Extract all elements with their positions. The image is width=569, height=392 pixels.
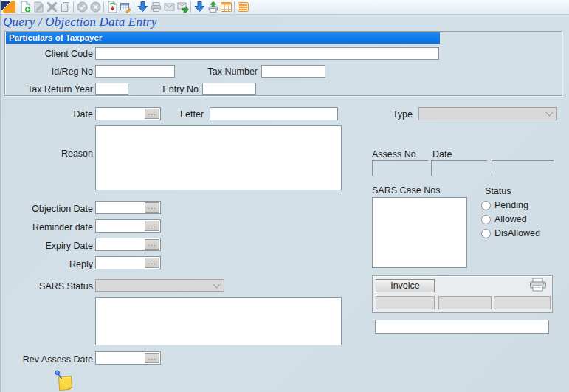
radio-label: Allowed xyxy=(494,214,527,224)
reply-date-input[interactable]: ... xyxy=(95,256,161,269)
assess-grid-cell xyxy=(431,160,487,176)
id-reg-no-input[interactable] xyxy=(95,65,175,78)
print-invoice-icon[interactable] xyxy=(528,278,548,292)
type-select xyxy=(418,107,557,120)
invoice-amount-field xyxy=(376,296,435,309)
query-objection-window: Query / Objection Data Entry Particulars… xyxy=(0,0,569,392)
client-code-label: Client Code xyxy=(1,49,93,59)
status-radio-disallowed[interactable]: DisAllowed xyxy=(481,228,540,238)
toolbar-separator xyxy=(73,1,74,13)
date-picker-button[interactable]: ... xyxy=(145,239,159,250)
new-record-icon[interactable] xyxy=(19,1,32,13)
entry-no-input[interactable] xyxy=(202,83,256,95)
assess-grid-cell xyxy=(492,160,554,176)
status-radio-allowed[interactable]: Allowed xyxy=(481,214,527,224)
cancel-icon xyxy=(89,1,102,13)
radio-button-icon xyxy=(481,229,491,238)
invoice-reference-input[interactable] xyxy=(375,320,549,334)
email-icon xyxy=(163,1,176,13)
import-icon[interactable] xyxy=(193,1,206,13)
sars-status-label: SARS Status xyxy=(1,281,93,292)
tax-return-year-input[interactable] xyxy=(95,83,128,95)
edit-grid-icon[interactable] xyxy=(120,1,132,13)
toolbar-separator xyxy=(190,1,191,13)
taxpayer-section-header: Particulars of Taxpayer xyxy=(6,32,440,44)
chevron-down-icon xyxy=(546,109,554,117)
export-print-icon[interactable] xyxy=(207,1,219,13)
app-logo-icon xyxy=(1,1,15,14)
date-picker-button[interactable]: ... xyxy=(145,221,159,231)
chevron-down-icon xyxy=(213,281,221,288)
reason-label: Reason xyxy=(1,148,93,159)
assess-no-column-label: Assess No xyxy=(372,149,416,159)
data-table-icon[interactable] xyxy=(220,1,232,13)
date-picker-button[interactable]: ... xyxy=(145,258,159,268)
reply-label: Reply xyxy=(1,259,93,269)
tax-number-label: Tax Number xyxy=(191,66,258,77)
status-label: Status xyxy=(485,186,511,196)
letter-input[interactable] xyxy=(210,107,338,120)
status-radio-pending[interactable]: Pending xyxy=(481,200,528,210)
toolbar-separator xyxy=(103,1,104,13)
invoice-amount-field xyxy=(494,296,551,309)
toolbar-separator xyxy=(234,1,235,13)
radio-button-icon xyxy=(481,201,491,210)
toolbar xyxy=(1,0,569,15)
refresh-data-icon[interactable] xyxy=(106,1,119,13)
radio-label: DisAllowed xyxy=(494,228,540,238)
download-icon[interactable] xyxy=(137,1,149,13)
page-title: Query / Objection Data Entry xyxy=(3,15,157,30)
edit-record-icon xyxy=(32,1,45,13)
sticky-note-icon[interactable] xyxy=(54,370,75,391)
invoice-panel: Invoice xyxy=(372,275,553,313)
confirm-icon xyxy=(76,1,89,13)
radio-label: Pending xyxy=(494,200,528,210)
notes-textarea[interactable] xyxy=(95,297,342,345)
type-label: Type xyxy=(342,109,413,120)
rev-assess-date-input[interactable]: ... xyxy=(95,351,161,365)
toolbar-separator xyxy=(134,1,134,13)
tax-return-year-label: Tax Return Year xyxy=(1,84,93,94)
list-view-icon[interactable] xyxy=(237,1,249,13)
copy-record-icon xyxy=(59,1,72,13)
sars-case-nos-listbox[interactable] xyxy=(372,197,467,268)
date-picker-button[interactable]: ... xyxy=(145,353,159,363)
assess-grid-cell xyxy=(372,160,428,176)
radio-button-icon xyxy=(481,215,491,224)
rev-assess-date-label: Rev Assess Date xyxy=(1,354,93,365)
objection-date-label: Objection Date xyxy=(1,204,93,214)
date-picker-button[interactable]: ... xyxy=(145,202,159,213)
date-label: Date xyxy=(1,109,93,120)
letter-label: Letter xyxy=(137,109,204,120)
send-document-icon[interactable] xyxy=(176,1,189,13)
entry-no-label: Entry No xyxy=(134,84,199,94)
objection-date-input[interactable]: ... xyxy=(95,201,161,214)
reminder-date-label: Reminder date xyxy=(1,222,93,233)
expiry-date-label: Expiry Date xyxy=(1,241,93,251)
sars-status-select xyxy=(95,279,224,292)
invoice-amount-field xyxy=(438,296,492,309)
print-icon xyxy=(150,1,162,13)
client-code-input[interactable] xyxy=(95,47,439,60)
invoice-button[interactable]: Invoice xyxy=(376,279,435,292)
id-reg-no-label: Id/Reg No xyxy=(1,66,93,77)
reason-textarea[interactable] xyxy=(95,125,342,190)
expiry-date-input[interactable]: ... xyxy=(95,238,161,251)
tax-number-input[interactable] xyxy=(261,65,325,78)
reminder-date-input[interactable]: ... xyxy=(95,219,161,233)
delete-record-icon xyxy=(46,1,58,13)
sars-case-nos-label: SARS Case Nos xyxy=(372,185,440,196)
assess-date-column-label: Date xyxy=(432,149,452,159)
